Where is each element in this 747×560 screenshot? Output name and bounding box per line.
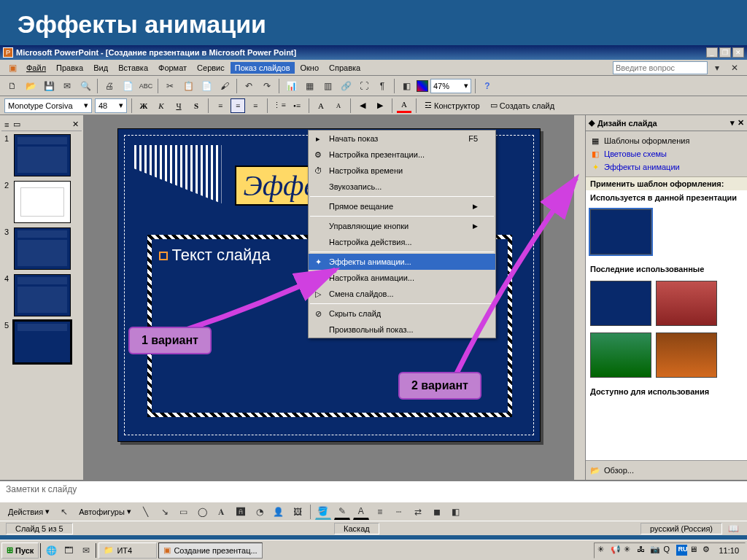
dd-custom-animation[interactable]: ✧Настройка анимации... (309, 270, 495, 286)
search-icon[interactable]: 🔍 (77, 78, 93, 94)
font-color-button[interactable]: A (397, 98, 411, 113)
doc-close-button[interactable]: ✕ (727, 60, 743, 76)
browse-link[interactable]: 📂Обзор... (590, 464, 743, 477)
clock[interactable]: 11:10 (716, 546, 742, 555)
align-right-button[interactable]: ≡ (248, 98, 263, 113)
slide-body-text[interactable]: Текст слайда (159, 246, 271, 265)
slide-thumb-3[interactable] (14, 228, 71, 270)
zoom-select[interactable]: 47%▾ (430, 79, 471, 93)
help-icon[interactable]: ? (479, 78, 495, 94)
font-name-select[interactable]: Monotype Corsiva▾ (4, 98, 92, 113)
template-thumb[interactable] (656, 281, 717, 326)
hyperlink-icon[interactable]: 🔗 (338, 78, 354, 94)
help-search-input[interactable] (613, 61, 708, 74)
tray-icon[interactable]: Q (663, 545, 674, 556)
arrow-icon[interactable]: ↘ (157, 504, 173, 520)
dd-animation-schemes[interactable]: ✦Эффекты анимации... (309, 254, 495, 270)
align-center-button[interactable]: ≡ (231, 98, 245, 113)
task-pane-close-icon[interactable]: ✕ (738, 118, 744, 128)
templates-link[interactable]: ▦Шаблоны оформления (590, 134, 743, 147)
menu-file[interactable]: Файл (22, 62, 50, 74)
table-icon[interactable]: ▦ (301, 78, 317, 94)
outline-tab-icon[interactable]: ≡ (4, 120, 9, 129)
tray-icon[interactable]: 📢 (611, 545, 622, 556)
spell-icon[interactable]: ABC (138, 78, 154, 94)
mail-icon[interactable]: ✉ (59, 78, 75, 94)
dd-action-settings[interactable]: Настройка действия... (309, 234, 495, 250)
close-button[interactable]: ✕ (732, 47, 744, 58)
menu-format[interactable]: Формат (154, 62, 191, 74)
numbering-button[interactable]: ⋮≡ (272, 98, 287, 113)
line-color-icon[interactable]: ✎ (334, 504, 350, 520)
dd-setup-show[interactable]: ⚙Настройка презентации... (309, 147, 495, 163)
font-color-icon[interactable]: A (353, 504, 369, 520)
menu-help[interactable]: Справка (325, 62, 365, 74)
tray-icon[interactable]: ✳ (624, 545, 635, 556)
dd-broadcast[interactable]: Прямое вещание▶ (309, 198, 495, 214)
animation-effects-link[interactable]: ✦Эффекты анимации (590, 160, 743, 174)
quicklaunch-icon[interactable]: 🌐 (43, 542, 59, 559)
tables-borders-icon[interactable]: ▥ (320, 78, 336, 94)
color-schemes-link[interactable]: ◧Цветовые схемы (590, 147, 743, 160)
increase-indent-button[interactable]: ▶ (373, 98, 387, 113)
tray-icon[interactable]: ✳ (597, 545, 608, 556)
dd-hide-slide[interactable]: ⊘Скрыть слайд (309, 306, 495, 322)
template-thumb[interactable] (590, 332, 651, 378)
color-icon[interactable] (417, 80, 428, 92)
close-pane-icon[interactable]: ✕ (72, 120, 79, 129)
increase-font-button[interactable]: A (314, 98, 328, 113)
designer-button[interactable]: ☲Конструктор (421, 99, 484, 112)
tray-icon[interactable]: 🖧 (637, 545, 648, 556)
spellcheck-status-icon[interactable]: 📖 (725, 521, 741, 537)
underline-button[interactable]: Ч (171, 98, 186, 113)
slide-thumb-4[interactable] (14, 274, 71, 316)
decrease-font-button[interactable]: A (331, 98, 346, 113)
task-pane-dropdown-icon[interactable]: ▾ (730, 118, 735, 128)
slides-tab-icon[interactable]: ▭ (13, 120, 20, 129)
italic-button[interactable]: К (154, 98, 169, 113)
redo-icon[interactable]: ↷ (259, 78, 275, 94)
menu-edit[interactable]: Правка (52, 62, 88, 74)
dd-rehearse[interactable]: ⏱Настройка времени (309, 163, 495, 179)
preview-icon[interactable]: 📄 (120, 78, 136, 94)
save-icon[interactable]: 💾 (41, 78, 57, 94)
show-formatting-icon[interactable]: ¶ (374, 78, 390, 94)
wordart-icon[interactable]: 🅰 (233, 504, 249, 520)
menu-slideshow[interactable]: Показ слайдов (231, 62, 295, 74)
tray-icon[interactable]: 🖥 (689, 545, 700, 556)
dd-record[interactable]: Звукозапись... (309, 179, 495, 195)
tray-icon[interactable]: 📷 (650, 545, 661, 556)
format-painter-icon[interactable]: 🖌 (217, 78, 233, 94)
select-icon[interactable]: ↖ (56, 504, 72, 520)
expand-icon[interactable]: ⛶ (356, 78, 372, 94)
picture-icon[interactable]: 🖼 (290, 504, 306, 520)
arrow-style-icon[interactable]: ⇄ (410, 504, 426, 520)
prev-pane-icon[interactable]: ◆ (589, 118, 595, 128)
bullets-button[interactable]: •≡ (290, 98, 304, 113)
restore-button[interactable]: ❐ (719, 47, 731, 58)
template-thumb[interactable] (656, 332, 717, 378)
bold-button[interactable]: Ж (136, 98, 151, 113)
task-powerpoint[interactable]: ▣Создание презентац... (158, 542, 262, 559)
slide-thumb-5[interactable] (14, 321, 71, 363)
slide-thumb-1[interactable] (14, 134, 71, 176)
rectangle-icon[interactable]: ▭ (176, 504, 192, 520)
quicklaunch-icon[interactable]: ✉ (78, 542, 94, 559)
notes-pane[interactable]: Заметки к слайду (0, 480, 747, 502)
editor-scrollbar[interactable] (573, 115, 585, 480)
template-thumb[interactable] (590, 209, 651, 254)
grayscale-icon[interactable]: ◧ (398, 78, 414, 94)
task-folder[interactable]: 📁ИТ4 (98, 542, 157, 559)
paste-icon[interactable]: 📄 (198, 78, 214, 94)
cut-icon[interactable]: ✂ (162, 78, 178, 94)
autoshapes-menu[interactable]: Автофигуры ▾ (75, 505, 135, 518)
minimize-button[interactable]: _ (706, 47, 718, 58)
menu-tools[interactable]: Сервис (193, 62, 229, 74)
start-button[interactable]: ⊞Пуск (1, 542, 39, 559)
new-icon[interactable]: 🗋 (4, 78, 20, 94)
diagram-icon[interactable]: ◔ (252, 504, 268, 520)
system-icon[interactable]: ▣ (4, 60, 20, 76)
menu-insert[interactable]: Вставка (114, 62, 152, 74)
dd-start-show[interactable]: ▸Начать показF5 (309, 131, 495, 147)
align-left-button[interactable]: ≡ (213, 98, 228, 113)
